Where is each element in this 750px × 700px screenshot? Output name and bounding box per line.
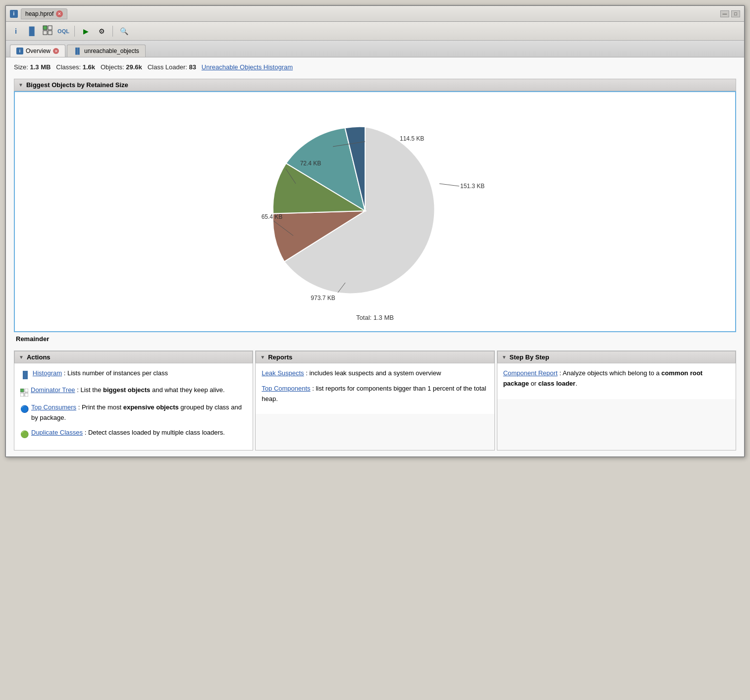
biggest-objects-title: Biggest Objects by Retained Size	[26, 81, 128, 89]
histogram-link[interactable]: Histogram	[33, 369, 62, 377]
actions-dominator-item: Dominator Tree : List the biggest object…	[20, 385, 247, 397]
svg-rect-12	[25, 393, 28, 397]
histogram-list-icon: ▐▌	[20, 369, 30, 380]
toolbar: i ▐▌ OQL ▶ ⚙ 🔍	[6, 22, 744, 41]
objects-label: Objects:	[101, 63, 124, 71]
component-report-link[interactable]: Component Report	[503, 369, 558, 377]
dominator-desc: : List the biggest objects and what they…	[77, 386, 224, 394]
reports-section: ▼ Reports Leak Suspects : includes leak …	[255, 350, 494, 450]
reports-topcomp-item: Top Components : list reports for compon…	[262, 384, 488, 404]
remainder-label: Remainder	[16, 335, 736, 343]
label-65kb: 65.4 KB	[262, 213, 283, 220]
stepbystep-component-text: Component Report : Analyze objects which…	[503, 368, 730, 389]
tab-unreachable-label: unreachable_objects	[84, 48, 139, 54]
info-icon: i	[15, 27, 17, 35]
title-bar: i heap.hprof ✕ — □	[6, 6, 744, 22]
pie-chart-area: 65.4 KB 72.4 KB 114.5 KB 151.3 KB	[207, 102, 543, 310]
main-window: i heap.hprof ✕ — □ i ▐▌	[5, 5, 745, 457]
svg-rect-0	[43, 26, 47, 30]
title-text: heap.hprof	[25, 10, 54, 17]
oql-icon: OQL	[57, 28, 69, 34]
dominator-toolbar-button[interactable]	[42, 25, 54, 37]
title-close-button[interactable]: ✕	[56, 10, 63, 17]
actions-duplicate-text: Duplicate Classes : Detect classes loade…	[31, 428, 225, 438]
classes-label: Classes:	[56, 63, 81, 71]
actions-header[interactable]: ▼ Actions	[14, 351, 253, 363]
stepbystep-section: ▼ Step By Step Component Report : Analyz…	[497, 350, 736, 450]
reports-leak-text: Leak Suspects : includes leak suspects a…	[262, 368, 441, 379]
actions-dominator-text: Dominator Tree : List the biggest object…	[31, 385, 225, 396]
duplicate-list-icon: 🟢	[20, 429, 29, 440]
biggest-objects-header[interactable]: ▼ Biggest Objects by Retained Size	[14, 79, 736, 91]
stepbystep-header[interactable]: ▼ Step By Step	[497, 351, 736, 363]
info-toolbar-button[interactable]: i	[10, 25, 22, 37]
label-72kb: 72.4 KB	[300, 160, 321, 167]
actions-duplicate-item: 🟢 Duplicate Classes : Detect classes loa…	[20, 428, 247, 440]
stepbystep-component-item: Component Report : Analyze objects which…	[503, 368, 730, 389]
top-components-link[interactable]: Top Components	[262, 385, 310, 392]
run-icon: ▶	[83, 27, 89, 35]
duplicate-desc: : Detect classes loaded by multiple clas…	[85, 429, 225, 436]
reports-leak-item: Leak Suspects : includes leak suspects a…	[262, 368, 488, 379]
dominator-icon	[43, 25, 53, 37]
title-tab: heap.hprof ✕	[21, 8, 67, 19]
tab-unreachable[interactable]: ▐▌ unreachable_objects	[67, 45, 146, 57]
actions-collapse-icon: ▼	[19, 354, 24, 360]
minimize-button[interactable]: —	[720, 10, 729, 17]
classloader-value: 83	[189, 63, 196, 71]
search-toolbar-button[interactable]: 🔍	[118, 25, 130, 37]
duplicate-link[interactable]: Duplicate Classes	[31, 429, 83, 436]
objects-value: 29.6k	[126, 63, 142, 71]
oql-toolbar-button[interactable]: OQL	[57, 25, 69, 37]
actions-content: ▐▌ Histogram : Lists number of instances…	[14, 363, 253, 450]
chart-container: 65.4 KB 72.4 KB 114.5 KB 151.3 KB	[14, 91, 736, 332]
tab-overview-label: Overview	[26, 48, 51, 54]
actions-consumers-text: Top Consumers : Print the most expensive…	[31, 402, 247, 423]
label-114kb: 114.5 KB	[400, 135, 424, 142]
collapse-triangle: ▼	[18, 82, 23, 88]
histogram-desc: : Lists number of instances per class	[64, 369, 168, 377]
leak-suspects-link[interactable]: Leak Suspects	[262, 369, 304, 377]
actions-histogram-item: ▐▌ Histogram : Lists number of instances…	[20, 368, 247, 380]
reports-content: Leak Suspects : includes leak suspects a…	[256, 363, 494, 414]
settings-toolbar-button[interactable]: ⚙	[96, 25, 107, 37]
title-bar-left: i heap.hprof ✕	[10, 8, 67, 19]
svg-rect-3	[48, 31, 52, 35]
reports-collapse-icon: ▼	[260, 354, 265, 360]
run-toolbar-button[interactable]: ▶	[80, 25, 92, 37]
svg-rect-1	[48, 26, 52, 30]
actions-title: Actions	[27, 353, 51, 361]
search-icon: 🔍	[120, 27, 128, 35]
window-controls: — □	[720, 10, 740, 17]
reports-topcomp-text: Top Components : list reports for compon…	[262, 384, 488, 404]
info-bar: Size: 1.3 MB Classes: 1.6k Objects: 29.6…	[14, 63, 736, 71]
classes-value: 1.6k	[83, 63, 95, 71]
label-151kb: 151.3 KB	[460, 183, 484, 190]
tab-overview[interactable]: i Overview ✕	[10, 45, 65, 57]
svg-rect-11	[20, 393, 24, 397]
tab-overview-close[interactable]: ✕	[53, 48, 59, 54]
reports-header[interactable]: ▼ Reports	[256, 351, 494, 363]
dominator-link[interactable]: Dominator Tree	[31, 386, 75, 394]
svg-line-7	[439, 184, 459, 186]
tab-overview-icon: i	[16, 48, 23, 54]
settings-icon: ⚙	[99, 27, 105, 35]
three-columns: ▼ Actions ▐▌ Histogram : Lists number of…	[14, 350, 736, 450]
size-value: 1.3 MB	[30, 63, 51, 71]
unreachable-objects-link[interactable]: Unreachable Objects Histogram	[202, 63, 293, 71]
stepbystep-title: Step By Step	[510, 353, 549, 361]
actions-section: ▼ Actions ▐▌ Histogram : Lists number of…	[14, 350, 253, 450]
dominator-list-icon	[20, 386, 28, 397]
size-label: Size:	[14, 63, 28, 71]
app-icon: i	[10, 10, 18, 18]
main-content: Size: 1.3 MB Classes: 1.6k Objects: 29.6…	[6, 57, 744, 456]
pie-chart-svg: 65.4 KB 72.4 KB 114.5 KB 151.3 KB	[246, 107, 504, 305]
toolbar-separator-1	[74, 26, 75, 37]
stepbystep-collapse-icon: ▼	[502, 354, 507, 360]
stepbystep-content: Component Report : Analyze objects which…	[497, 363, 736, 399]
consumers-list-icon: 🔵	[20, 403, 29, 414]
reports-title: Reports	[268, 353, 292, 361]
maximize-button[interactable]: □	[731, 10, 740, 17]
histogram-toolbar-button[interactable]: ▐▌	[26, 25, 38, 37]
consumers-link[interactable]: Top Consumers	[31, 403, 76, 411]
